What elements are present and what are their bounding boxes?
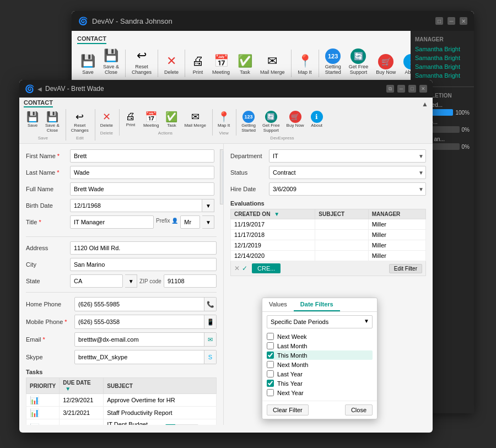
state-input[interactable] (70, 274, 123, 288)
manager-item-3[interactable]: Samantha Bright (415, 63, 470, 70)
hire-date-input[interactable] (269, 182, 426, 196)
manager-item-4[interactable]: Samantha Bright (415, 72, 470, 79)
eval-created-3: 12/1/2019 (231, 240, 315, 251)
completion-pct-1: 100% (455, 110, 470, 116)
main-support-btn[interactable]: 🔄 Get FreeSupport (260, 109, 283, 134)
next-month-checkbox[interactable] (267, 361, 274, 368)
main-ribbon-title: CONTACT (24, 99, 53, 107)
department-label: Department (230, 153, 269, 159)
main-mail-merge-btn[interactable]: ✉ Mail Merge (181, 109, 209, 129)
due-date-col-header: DUE DATE ▼ (60, 378, 104, 394)
full-name-label: Full Name (26, 186, 70, 192)
mobile-phone-input[interactable] (75, 315, 204, 328)
close-filter-btn[interactable]: Close (345, 404, 373, 415)
ribbon-sep-4 (291, 50, 292, 77)
filter-tab-date-filters[interactable]: Date Filters (294, 298, 340, 311)
bg-save-close-btn[interactable]: 💾 Save &Close (100, 46, 122, 77)
state-zip-row: State ▼ ZIP code (26, 274, 217, 288)
prefix-input[interactable] (180, 215, 200, 229)
manager-item-2[interactable]: Samantha Bright (415, 55, 470, 61)
main-save-close-btn[interactable]: 💾 Save &Close (42, 109, 62, 134)
main-buy-btn[interactable]: 🛒 Buy Now (284, 109, 307, 134)
edit-eval-filter-btn[interactable]: Edit Filter (389, 264, 422, 273)
last-year-checkbox[interactable] (267, 370, 274, 377)
ribbon-collapse-btn[interactable]: ▲ (422, 100, 428, 108)
main-minimize-btn[interactable]: ─ (397, 85, 405, 93)
task-due-3: 3/25/2021 (60, 419, 104, 425)
period-selector-container: Specific Date Periods ▼ (267, 315, 373, 332)
period-select[interactable]: Specific Date Periods (267, 315, 373, 328)
first-name-input[interactable] (70, 149, 214, 163)
zip-input[interactable] (164, 274, 217, 288)
last-month-checkbox[interactable] (267, 342, 274, 349)
create-eval-btn[interactable]: CRE... (252, 263, 281, 273)
bg-maximize-btn[interactable]: □ (435, 17, 443, 25)
full-name-input[interactable] (70, 182, 214, 196)
address-input[interactable] (70, 241, 217, 255)
bg-minimize-btn[interactable]: ─ (448, 17, 455, 25)
task-due-1: 12/29/2021 (60, 394, 104, 407)
main-about-btn[interactable]: ℹ About (308, 109, 326, 134)
main-restore-btn[interactable]: ⧉ (386, 85, 394, 93)
last-month-row: Last Month (267, 341, 373, 350)
this-year-checkbox[interactable] (267, 380, 274, 387)
bg-print-btn[interactable]: 🖨 Print (188, 52, 208, 77)
bg-mapit-btn[interactable]: 📍 Map It (294, 52, 316, 77)
priority-icon-3: 📊 (30, 423, 39, 425)
bg-close-btn[interactable]: ✕ (460, 17, 467, 25)
email-container: ✉ (74, 332, 217, 347)
due-date-filter-icon[interactable]: ▼ (65, 386, 71, 392)
status-select[interactable]: Contract (269, 166, 426, 179)
main-task-btn[interactable]: ✅ Task (163, 109, 180, 129)
bg-save-btn[interactable]: 💾 Save (77, 52, 99, 77)
evaluations-label: Evaluations (230, 200, 426, 207)
clear-filter-btn[interactable]: Clear Filter (267, 404, 309, 415)
main-mapit-btn[interactable]: 📍 Map It (215, 109, 233, 129)
last-name-input[interactable] (70, 166, 214, 179)
eval-manager-4: Miller (368, 251, 425, 261)
bg-mail-merge-btn[interactable]: ✉ Mail Merge (257, 52, 288, 77)
next-month-label: Next Month (277, 361, 308, 368)
eval-filter-cross[interactable]: ✕ (234, 265, 240, 272)
eval-subject-4 (315, 251, 368, 261)
department-select[interactable]: IT (269, 149, 426, 163)
home-phone-input[interactable] (75, 298, 204, 311)
prefix-arrow-btn[interactable]: ▼ (202, 215, 214, 229)
this-month-checkbox[interactable] (267, 352, 274, 359)
main-save-btn[interactable]: 💾 Save (24, 109, 41, 134)
zip-label: ZIP code (139, 278, 161, 284)
skype-input[interactable] (75, 350, 204, 364)
bg-reset-btn[interactable]: ↩ ResetChanges (128, 46, 155, 77)
birth-date-calendar-btn[interactable]: ▼ (202, 199, 214, 212)
main-maxrestore-btn[interactable]: □ (408, 85, 416, 93)
next-week-checkbox[interactable] (267, 333, 274, 340)
bg-getting-started-btn[interactable]: 123 GettingStarted (322, 46, 344, 77)
filter-tab-values[interactable]: Values (262, 298, 294, 311)
tasks-header-row: PRIORITY DUE DATE ▼ SUBJECT (26, 378, 217, 394)
main-meeting-btn[interactable]: 📅 Meeting (141, 109, 161, 129)
email-input[interactable] (75, 333, 204, 346)
main-close-btn[interactable]: ✕ (419, 85, 427, 93)
main-getting-started-btn[interactable]: 123 GettingStarted (239, 109, 258, 134)
bg-support-btn[interactable]: 🔄 Get FreeSupport (346, 46, 372, 77)
next-year-checkbox[interactable] (267, 389, 274, 396)
bg-buy-btn[interactable]: 🛒 Buy Now (373, 52, 399, 77)
eval-manager-2: Miller (368, 230, 425, 240)
title-input[interactable] (70, 215, 154, 229)
main-print-btn[interactable]: 🖨 Print (122, 109, 139, 129)
this-month-label: This Month (277, 352, 307, 359)
manager-item-1[interactable]: Samantha Bright (415, 46, 470, 52)
bg-meeting-btn[interactable]: 📅 Meeting (209, 52, 233, 77)
bg-task-btn[interactable]: ✅ Task (234, 52, 256, 77)
main-delete-btn[interactable]: ✕ Delete (98, 109, 116, 129)
eval-filter-check[interactable]: ✓ (242, 265, 247, 272)
skype-container: S (74, 350, 217, 364)
birth-date-input[interactable] (70, 199, 202, 212)
reset-icon: ↩ (137, 48, 147, 63)
city-input[interactable] (70, 258, 217, 271)
main-reset-btn[interactable]: ↩ ResetChanges (68, 109, 91, 134)
bg-delete-btn[interactable]: ✕ Delete (161, 52, 182, 77)
state-arrow-btn[interactable]: ▼ (125, 274, 137, 288)
main-titlebar: 🌀 ◀ DevAV - Brett Wade ⧉ ─ □ ✕ (19, 80, 433, 98)
created-on-filter-icon[interactable]: ▼ (274, 211, 279, 217)
